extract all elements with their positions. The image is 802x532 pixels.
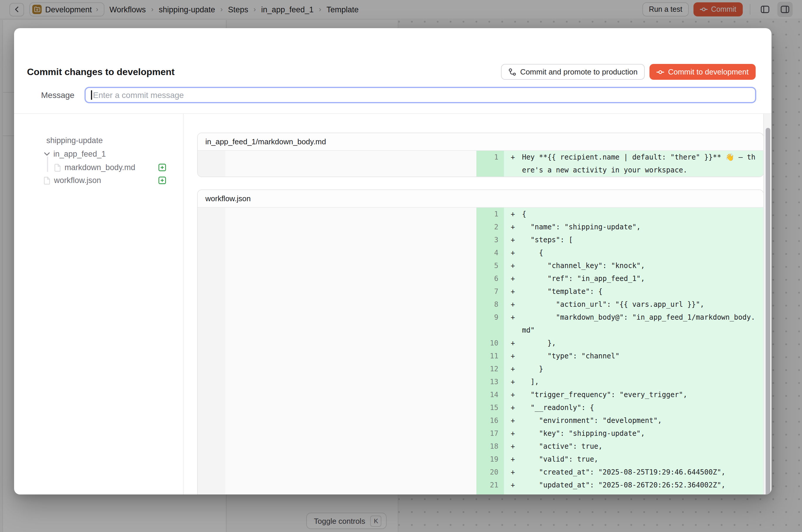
diff-line-number: 6 (476, 272, 504, 285)
diff-added-cell: + ], (504, 375, 763, 388)
commit-development-button[interactable]: Commit to development (649, 64, 756, 80)
plus-square-icon (158, 164, 166, 171)
diff-line-number: 16 (476, 414, 504, 427)
diff-line-number: 9 (476, 311, 504, 337)
diff-line-number: 18 (476, 440, 504, 453)
diff-code-text: "updated_at": "2025-08-26T20:26:52.36400… (522, 479, 757, 492)
message-label: Message (41, 90, 75, 100)
commit-message-input[interactable]: Enter a commit message (85, 87, 756, 103)
diff-plus-sign: + (511, 221, 515, 233)
diff-added-cell: + "steps": [ (504, 233, 763, 246)
diff-code-text: "action_url": "{{ vars.app_url }}", (522, 298, 757, 311)
diff-old-side (225, 151, 476, 176)
diff-line: 17+ "key": "shipping-update", (476, 427, 763, 440)
diff-code-text: "trigger_frequency": "every_trigger", (522, 388, 757, 401)
diff-plus-sign: + (511, 375, 515, 388)
tree-file-markdown[interactable]: markdown_body.md (14, 161, 183, 174)
diff-body: 1+{2+ "name": "shipping-update",3+ "step… (198, 208, 763, 494)
diff-plus-sign: + (511, 479, 515, 492)
diff-line: 10+ }, (476, 337, 763, 349)
diff-added-cell: + }, (504, 337, 763, 349)
diff-added-cell: + "__readonly": { (504, 401, 763, 414)
diff-line-number: 17 (476, 427, 504, 440)
diff-line: 7+ "template": { (476, 285, 763, 298)
diff-code-text: "channel_key": "knock", (522, 259, 757, 272)
diff-line-number: 2 (476, 221, 504, 233)
diff-plus-sign: + (511, 272, 515, 285)
diff-code-text: { (522, 208, 757, 221)
tree-folder[interactable]: in_app_feed_1 (14, 148, 183, 160)
diff-line: 1+Hey **{{ recipient.name | default: "th… (476, 151, 763, 176)
diff-line: 2+ "name": "shipping-update", (476, 221, 763, 233)
diff-line-number: 5 (476, 259, 504, 272)
diff-added-cell: + "key": "shipping-update", (504, 427, 763, 440)
diff-code-text: "name": "shipping-update", (522, 221, 757, 233)
diff-code-text: "key": "shipping-update", (522, 427, 757, 440)
diff-added-cell: + "sha": "pJeLVir6xIlUCMGqs9qroZoUAVDSwA… (504, 492, 763, 494)
diff-plus-sign: + (511, 311, 515, 324)
diff-code-text: }, (522, 337, 757, 349)
added-file-badge (158, 164, 166, 171)
diff-code-text: } (522, 362, 757, 375)
diff-plus-sign: + (511, 285, 515, 298)
diff-code-text: "steps": [ (522, 233, 757, 246)
diff-added-cell: + "environment": "development", (504, 414, 763, 427)
diff-panel: in_app_feed_1/markdown_body.md1+Hey **{{… (197, 133, 764, 177)
dialog-actions: Commit and promote to production Commit … (501, 64, 756, 80)
tree-file-workflow[interactable]: workflow.json (14, 174, 183, 187)
diff-added-lines: 1+Hey **{{ recipient.name | default: "th… (476, 151, 763, 176)
dialog-header: Commit changes to development Commit and… (27, 64, 756, 80)
diff-line: 5+ "channel_key": "knock", (476, 259, 763, 272)
diff-added-cell: + "valid": true, (504, 453, 763, 466)
diff-code-text: "template": { (522, 285, 757, 298)
diff-added-cell: + "template": { (504, 285, 763, 298)
diff-code-text: Hey **{{ recipient.name | default: "ther… (522, 151, 757, 176)
diff-old-gutter (198, 208, 225, 494)
diff-code-text: "sha": "pJeLVir6xIlUCMGqs9qroZoUAVDSwA0y… (522, 492, 757, 494)
diff-line: 15+ "__readonly": { (476, 401, 763, 414)
diff-code-text: "environment": "development", (522, 414, 757, 427)
changed-files-tree: shipping-update in_app_feed_1 markdown_b… (14, 114, 183, 494)
diff-line-number: 19 (476, 453, 504, 466)
diff-added-cell: + "created_at": "2025-08-25T19:29:46.644… (504, 466, 763, 479)
diff-line: 6+ "ref": "in_app_feed_1", (476, 272, 763, 285)
diff-plus-sign: + (511, 337, 515, 349)
scrollbar-thumb[interactable] (765, 128, 770, 494)
diff-code-text: "valid": true, (522, 453, 757, 466)
diff-added-cell: + "action_url": "{{ vars.app_url }}", (504, 298, 763, 311)
diff-panels: in_app_feed_1/markdown_body.md1+Hey **{{… (197, 114, 764, 494)
message-placeholder: Enter a commit message (93, 90, 184, 100)
tree-root-label: shipping-update (46, 136, 103, 145)
diff-plus-sign: + (511, 362, 515, 375)
diff-line-number: 3 (476, 233, 504, 246)
message-row: Message Enter a commit message (41, 87, 756, 103)
diff-plus-sign: + (511, 401, 515, 414)
diff-plus-sign: + (511, 453, 515, 466)
diff-added-cell: + "active": true, (504, 440, 763, 453)
diff-line: 18+ "active": true, (476, 440, 763, 453)
tree-root: shipping-update (14, 134, 183, 147)
diff-plus-sign: + (511, 492, 515, 494)
diff-plus-sign: + (511, 233, 515, 246)
added-file-badge (158, 176, 166, 184)
diff-old-gutter (198, 151, 225, 176)
diff-added-cell: + "name": "shipping-update", (504, 221, 763, 233)
diff-line-number: 8 (476, 298, 504, 311)
diff-line-number: 15 (476, 401, 504, 414)
diff-added-cell: +{ (504, 208, 763, 221)
diff-filename: workflow.json (198, 190, 763, 208)
diff-plus-sign: + (511, 388, 515, 401)
diff-line: 9+ "markdown_body@": "in_app_feed_1/mark… (476, 311, 763, 337)
diff-code-text: { (522, 246, 757, 259)
dialog-title: Commit changes to development (27, 66, 174, 77)
diff-added-cell: + "updated_at": "2025-08-26T20:26:52.364… (504, 479, 763, 492)
commit-promote-button[interactable]: Commit and promote to production (501, 64, 645, 80)
diff-plus-sign: + (511, 246, 515, 259)
diff-code-text: ], (522, 375, 757, 388)
plus-square-icon (158, 176, 166, 184)
diff-added-cell: + "ref": "in_app_feed_1", (504, 272, 763, 285)
diff-line-number: 22 (476, 492, 504, 494)
diff-panel: workflow.json1+{2+ "name": "shipping-upd… (197, 189, 764, 494)
diff-added-cell: + { (504, 246, 763, 259)
diff-plus-sign: + (511, 349, 515, 362)
